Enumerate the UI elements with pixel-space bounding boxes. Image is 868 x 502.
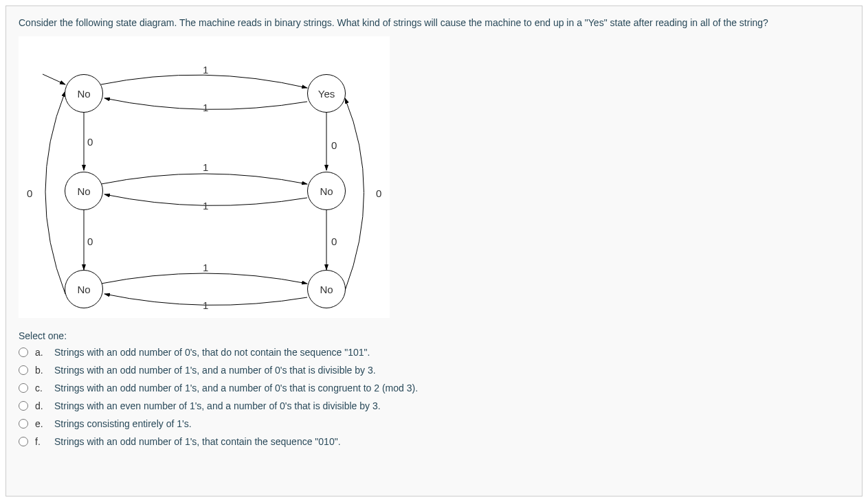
question-text: Consider the following state diagram. Th… [19, 17, 849, 28]
radio-b[interactable] [19, 365, 28, 375]
option-text: Strings with an odd number of 1's, and a… [54, 365, 376, 376]
label-left-0-top: 0 [87, 136, 93, 148]
state-mid-right: No [307, 172, 346, 210]
option-letter: f. [35, 436, 47, 447]
label-right-0-bottom: 0 [331, 236, 337, 247]
state-bot-right: No [307, 270, 346, 308]
state-mid-left: No [65, 172, 103, 210]
radio-e[interactable] [19, 419, 28, 429]
option-a[interactable]: a. Strings with an odd number of 0's, th… [19, 347, 849, 358]
radio-a[interactable] [19, 347, 28, 357]
question-container: Consider the following state diagram. Th… [5, 5, 863, 497]
label-bot-1-upper: 1 [203, 262, 208, 273]
option-e[interactable]: e. Strings consisting entirely of 1's. [19, 418, 849, 429]
label-far-left-0: 0 [27, 187, 32, 199]
option-letter: c. [35, 383, 47, 393]
radio-f[interactable] [19, 437, 28, 446]
label-left-0-bottom: 0 [87, 236, 93, 247]
state-bot-left: No [65, 270, 103, 308]
label-far-right-0: 0 [376, 187, 381, 199]
select-one-label: Select one: [19, 330, 849, 341]
option-text: Strings with an even number of 1's, and … [54, 400, 381, 411]
label-mid-1-lower: 1 [203, 200, 208, 212]
option-letter: b. [35, 365, 47, 376]
options-list: a. Strings with an odd number of 0's, th… [19, 347, 849, 447]
option-text: Strings with an odd number of 1's, and a… [54, 383, 418, 393]
option-c[interactable]: c. Strings with an odd number of 1's, an… [19, 383, 849, 393]
label-bot-1-lower: 1 [203, 299, 208, 311]
option-letter: d. [35, 400, 47, 411]
option-d[interactable]: d. Strings with an even number of 1's, a… [19, 400, 849, 411]
option-f[interactable]: f. Strings with an odd number of 1's, th… [19, 436, 849, 447]
label-top-1-lower: 1 [203, 102, 208, 113]
radio-c[interactable] [19, 383, 28, 393]
label-mid-1-upper: 1 [203, 161, 208, 173]
label-top-1-upper: 1 [203, 64, 208, 76]
label-right-0-top: 0 [331, 139, 337, 151]
option-letter: e. [35, 418, 47, 429]
option-text: Strings with an odd number of 0's, that … [54, 347, 370, 358]
option-b[interactable]: b. Strings with an odd number of 1's, an… [19, 365, 849, 376]
radio-d[interactable] [19, 401, 28, 411]
state-top-right: Yes [307, 74, 346, 113]
option-text: Strings with an odd number of 1's, that … [54, 436, 341, 447]
option-text: Strings consisting entirely of 1's. [54, 418, 192, 429]
state-diagram: No Yes No No No No 1 1 1 1 1 1 0 0 0 0 0… [19, 36, 390, 318]
option-letter: a. [35, 347, 47, 358]
state-top-left: No [65, 74, 103, 113]
